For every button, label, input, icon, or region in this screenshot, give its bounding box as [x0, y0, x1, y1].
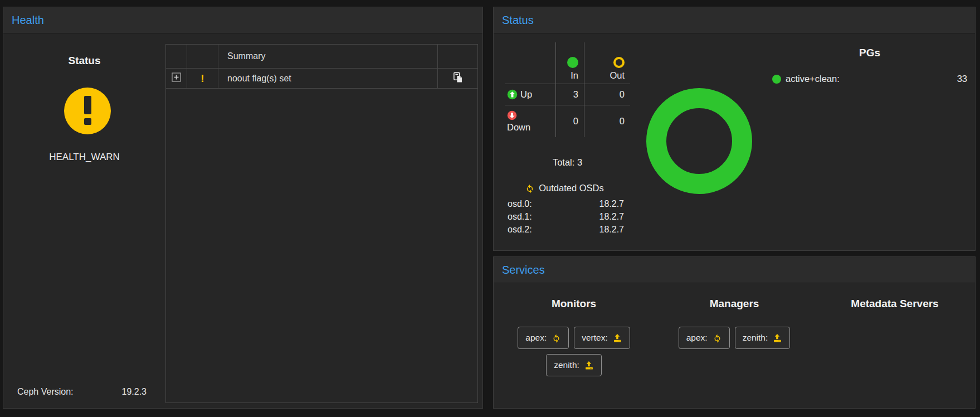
- osd-down-in-value: 0: [555, 105, 584, 137]
- osd-total: Total: 3: [505, 157, 630, 168]
- outdated-osds-title: Outdated OSDs: [539, 183, 603, 193]
- warning-exclamation-dot: [84, 118, 91, 125]
- out-yellow-ring-icon: [613, 57, 625, 68]
- out-header-label: Out: [610, 70, 625, 81]
- managers-heading: Managers: [710, 298, 759, 310]
- osd-version: 18.2.7: [599, 210, 624, 223]
- ceph-version-value: 19.2.3: [122, 387, 147, 397]
- osd-up-out-value: 0: [584, 84, 630, 105]
- pgs-legend-block: PGs active+clean: 33: [772, 47, 967, 84]
- status-panel-title: Status: [502, 14, 534, 27]
- expand-column-header: [166, 45, 187, 68]
- osd-name: osd.2:: [508, 223, 532, 236]
- warning-exclamation-bar: [84, 96, 91, 114]
- osd-down-out-value: 0: [584, 105, 630, 137]
- pgs-title: PGs: [772, 47, 967, 59]
- services-panel-title: Services: [502, 264, 545, 277]
- health-status-value: HEALTH_WARN: [3, 152, 165, 163]
- summary-cell: noout flag(s) set: [218, 69, 437, 88]
- upload-icon: [584, 361, 594, 370]
- status-panel: Status In Out: [493, 7, 976, 251]
- monitors-button-row-1: apex: vertex:: [518, 327, 630, 349]
- actions-column-header: [437, 45, 477, 68]
- upload-icon: [613, 333, 622, 343]
- health-panel: Health Status HEALTH_WARN Ceph Version: …: [3, 7, 483, 409]
- manager-zenith-button[interactable]: zenith:: [735, 327, 791, 349]
- health-panel-body: Status HEALTH_WARN Ceph Version: 19.2.3 …: [3, 33, 482, 409]
- copy-to-clipboard-icon[interactable]: [452, 71, 464, 86]
- osd-version: 18.2.7: [599, 223, 624, 236]
- outdated-osd-item: osd.2: 18.2.7: [505, 223, 624, 236]
- outdated-osds-title-row: Outdated OSDs: [505, 183, 624, 193]
- osd-table-corner-cell: [505, 42, 555, 84]
- osd-name: osd.1:: [508, 210, 532, 223]
- pgs-legend-row: active+clean: 33: [772, 74, 967, 84]
- refresh-icon: [713, 333, 722, 343]
- health-panel-title: Health: [12, 14, 44, 27]
- arrow-circle-down-icon: [507, 110, 518, 121]
- ceph-version-row: Ceph Version: 19.2.3: [17, 387, 147, 397]
- down-label: Down: [507, 122, 530, 133]
- osd-up-in-value: 3: [555, 84, 584, 105]
- manager-zenith-label: zenith:: [743, 333, 768, 343]
- monitors-button-row-2: zenith:: [546, 354, 602, 376]
- monitor-vertex-label: vertex:: [582, 333, 608, 343]
- osd-in-header-cell: In: [555, 42, 584, 84]
- outdated-osd-item: osd.0: 18.2.7: [505, 197, 624, 210]
- health-warning-icon: [64, 88, 111, 134]
- monitor-zenith-button[interactable]: zenith:: [546, 354, 602, 376]
- up-label: Up: [520, 89, 532, 100]
- osd-up-row-label: Up: [505, 84, 555, 105]
- managers-column: Managers apex: zenith:: [654, 283, 815, 409]
- osd-in-out-table: In Out Up 3 0: [505, 42, 630, 137]
- arrow-circle-up-icon: [507, 89, 518, 100]
- monitor-apex-button[interactable]: apex:: [518, 327, 569, 349]
- severity-column-header: [187, 45, 218, 68]
- osd-version: 18.2.7: [599, 197, 624, 210]
- monitors-heading: Monitors: [552, 298, 596, 310]
- ceph-version-label: Ceph Version:: [17, 387, 74, 397]
- expand-plus-icon[interactable]: [172, 72, 181, 84]
- summary-table-header: Summary: [166, 45, 477, 69]
- pgs-legend-label: active+clean:: [786, 74, 840, 84]
- osd-name: osd.0:: [508, 197, 532, 210]
- in-green-dot-icon: [567, 57, 578, 68]
- outdated-osd-item: osd.1: 18.2.7: [505, 210, 624, 223]
- summary-column-header: Summary: [218, 45, 437, 68]
- metadata-servers-column: Metadata Servers: [815, 283, 975, 409]
- services-panel: Services Monitors apex: vertex:: [493, 256, 976, 409]
- health-panel-header: Health: [3, 7, 482, 33]
- pgs-legend-value: 33: [957, 74, 967, 84]
- monitor-zenith-label: zenith:: [554, 360, 579, 370]
- monitors-column: Monitors apex: vertex:: [494, 283, 654, 409]
- upload-icon: [773, 333, 782, 343]
- osd-out-header-cell: Out: [584, 42, 630, 84]
- table-row[interactable]: ! noout flag(s) set: [166, 69, 477, 89]
- health-status-heading: Status: [3, 55, 165, 67]
- refresh-icon: [552, 333, 561, 343]
- status-panel-body: In Out Up 3 0: [494, 33, 975, 251]
- refresh-icon: [525, 183, 535, 193]
- warning-severity-icon: !: [201, 72, 204, 85]
- services-panel-body: Monitors apex: vertex:: [494, 283, 975, 409]
- outdated-osds-section: Outdated OSDs osd.0: 18.2.7 osd.1: 18.2.…: [505, 183, 624, 236]
- health-summary-table: Summary ! noout flag(s) set: [165, 44, 478, 403]
- pgs-donut-chart: [646, 88, 752, 194]
- active-clean-dot-icon: [772, 75, 781, 84]
- manager-apex-button[interactable]: apex:: [679, 327, 730, 349]
- manager-apex-label: apex:: [686, 333, 708, 343]
- managers-button-row-1: apex: zenith:: [679, 327, 791, 349]
- services-panel-header: Services: [494, 257, 975, 283]
- osd-down-row-label: Down: [505, 105, 555, 137]
- status-panel-header: Status: [494, 7, 975, 33]
- monitor-vertex-button[interactable]: vertex:: [574, 327, 630, 349]
- in-header-label: In: [571, 70, 578, 81]
- monitor-apex-label: apex:: [525, 333, 547, 343]
- metadata-servers-heading: Metadata Servers: [851, 298, 938, 310]
